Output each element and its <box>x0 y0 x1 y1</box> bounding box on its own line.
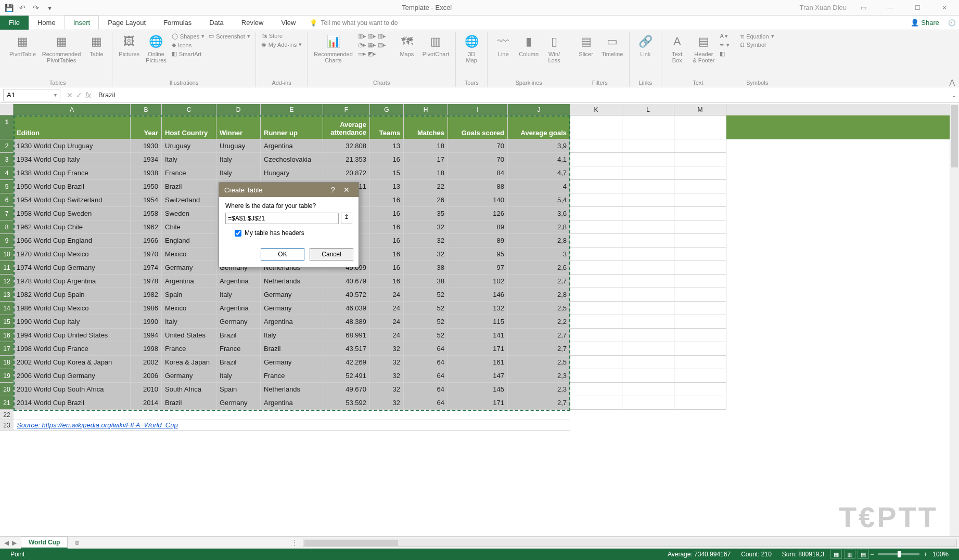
row-header[interactable]: 8 <box>0 220 14 234</box>
online-pictures-button[interactable]: 🌐Online Pictures <box>144 32 169 64</box>
data-cell[interactable]: 70 <box>448 139 508 153</box>
data-cell[interactable]: Brazil <box>261 342 323 356</box>
empty-cell[interactable] <box>570 315 622 329</box>
data-cell[interactable]: 1950 World Cup Brazil <box>14 180 131 193</box>
object-button[interactable]: ◧ <box>719 50 730 58</box>
tell-me[interactable]: 💡 Tell me what you want to do <box>304 16 403 30</box>
empty-cell[interactable] <box>674 261 726 275</box>
empty-cell[interactable] <box>622 115 674 139</box>
data-cell[interactable]: Italy <box>162 153 216 166</box>
data-cell[interactable]: Brazil <box>216 356 261 369</box>
data-cell[interactable]: 24 <box>370 288 404 302</box>
data-cell[interactable]: 1954 <box>131 193 162 207</box>
empty-cell[interactable] <box>570 261 622 275</box>
empty-cell[interactable] <box>674 356 726 369</box>
row-header[interactable]: 17 <box>0 342 14 356</box>
empty-cell[interactable] <box>622 288 674 302</box>
data-cell[interactable]: Netherlands <box>261 275 323 288</box>
chart-gallery-row1[interactable]: ▥▸ ▥▸ ▥▸ <box>357 32 393 40</box>
tab-view[interactable]: View <box>272 16 304 30</box>
data-cell[interactable]: 53.592 <box>323 396 370 410</box>
data-cell[interactable]: 3,9 <box>508 139 570 153</box>
data-cell[interactable]: 40.572 <box>323 288 370 302</box>
data-cell[interactable]: 20.872 <box>323 166 370 180</box>
data-cell[interactable]: 1930 World Cup Uruguay <box>14 139 131 153</box>
data-cell[interactable]: Brazil <box>162 396 216 410</box>
data-cell[interactable]: 64 <box>404 356 448 369</box>
empty-cell[interactable] <box>674 193 726 207</box>
timeline-button[interactable]: ▭Timeline <box>599 32 625 58</box>
view-normal-icon[interactable]: ▦ <box>830 550 842 559</box>
data-cell[interactable]: Germany <box>216 315 261 329</box>
data-cell[interactable]: 1934 <box>131 153 162 166</box>
empty-cell[interactable] <box>570 329 622 342</box>
wordart-button[interactable]: A ▾ <box>719 32 730 40</box>
data-cell[interactable]: 16 <box>370 153 404 166</box>
data-cell[interactable]: France <box>216 342 261 356</box>
data-cell[interactable]: 49.670 <box>323 383 370 396</box>
data-cell[interactable]: Germany <box>162 261 216 275</box>
col-F[interactable]: F <box>323 104 370 115</box>
sheet-nav-prev-icon[interactable]: ◀ <box>4 539 9 546</box>
empty-cell[interactable] <box>674 288 726 302</box>
header-cell[interactable]: Edition <box>14 115 131 139</box>
data-cell[interactable]: 1982 World Cup Spain <box>14 288 131 302</box>
data-cell[interactable]: 1958 World Cup Sweden <box>14 207 131 220</box>
hscroll-thumb[interactable] <box>304 540 398 546</box>
data-cell[interactable]: 16 <box>370 234 404 248</box>
textbox-button[interactable]: AText Box <box>666 32 688 64</box>
empty-cell[interactable] <box>622 153 674 166</box>
header-cell[interactable]: Teams <box>370 115 404 139</box>
data-cell[interactable]: 95 <box>448 248 508 261</box>
undo-icon[interactable]: ↶ <box>18 3 27 12</box>
data-cell[interactable]: Italy <box>216 369 261 383</box>
data-cell[interactable]: 2,5 <box>508 356 570 369</box>
empty-cell[interactable] <box>622 302 674 315</box>
data-cell[interactable]: 161 <box>448 356 508 369</box>
empty-cell[interactable] <box>570 288 622 302</box>
data-cell[interactable]: 1938 World Cup France <box>14 166 131 180</box>
empty-cell[interactable] <box>622 396 674 410</box>
data-cell[interactable]: Argentina <box>261 396 323 410</box>
pictures-button[interactable]: 🖼Pictures <box>117 32 142 58</box>
empty-cell[interactable] <box>622 315 674 329</box>
data-cell[interactable]: 4,1 <box>508 153 570 166</box>
data-cell[interactable]: 42.269 <box>323 356 370 369</box>
spreadsheet-grid[interactable]: A B C D E F G H I J K L M 1EditionYearHo… <box>0 104 950 539</box>
data-cell[interactable]: Hungary <box>261 166 323 180</box>
data-cell[interactable]: Brazil <box>162 180 216 193</box>
data-cell[interactable]: 1978 <box>131 275 162 288</box>
formula-input[interactable]: Brazil <box>95 90 949 100</box>
data-cell[interactable]: Argentina <box>261 315 323 329</box>
data-cell[interactable]: 16 <box>370 261 404 275</box>
data-cell[interactable]: 35 <box>404 207 448 220</box>
data-cell[interactable]: Spain <box>162 288 216 302</box>
pivottable-button[interactable]: ▦PivotTable <box>7 32 38 58</box>
empty-cell[interactable] <box>622 234 674 248</box>
data-cell[interactable]: 13 <box>370 180 404 193</box>
data-cell[interactable]: Germany <box>261 288 323 302</box>
tab-insert[interactable]: Insert <box>65 16 99 30</box>
cancel-button[interactable]: Cancel <box>310 248 353 261</box>
data-cell[interactable]: South Africa <box>162 383 216 396</box>
chart-gallery-row3[interactable]: ▭▸ ◩▸ <box>357 50 393 58</box>
col-B[interactable]: B <box>131 104 162 115</box>
icons-button[interactable]: ◆Icons <box>171 41 206 49</box>
row-header[interactable]: 5 <box>0 180 14 193</box>
empty-cell[interactable] <box>570 234 622 248</box>
data-cell[interactable]: Sweden <box>162 207 216 220</box>
data-cell[interactable]: 52 <box>404 302 448 315</box>
row-header[interactable]: 22 <box>0 410 14 420</box>
tab-formulas[interactable]: Formulas <box>155 16 200 30</box>
data-cell[interactable]: 2002 <box>131 356 162 369</box>
data-cell[interactable]: Italy <box>216 166 261 180</box>
data-cell[interactable]: France <box>162 166 216 180</box>
tab-home[interactable]: Home <box>29 16 65 30</box>
data-cell[interactable]: 24 <box>370 315 404 329</box>
data-cell[interactable]: 32 <box>404 248 448 261</box>
data-cell[interactable]: 2,7 <box>508 396 570 410</box>
data-cell[interactable]: Netherlands <box>261 383 323 396</box>
data-cell[interactable]: 38 <box>404 275 448 288</box>
data-cell[interactable]: 18 <box>404 166 448 180</box>
symbol-button[interactable]: ΩSymbol <box>739 41 775 48</box>
